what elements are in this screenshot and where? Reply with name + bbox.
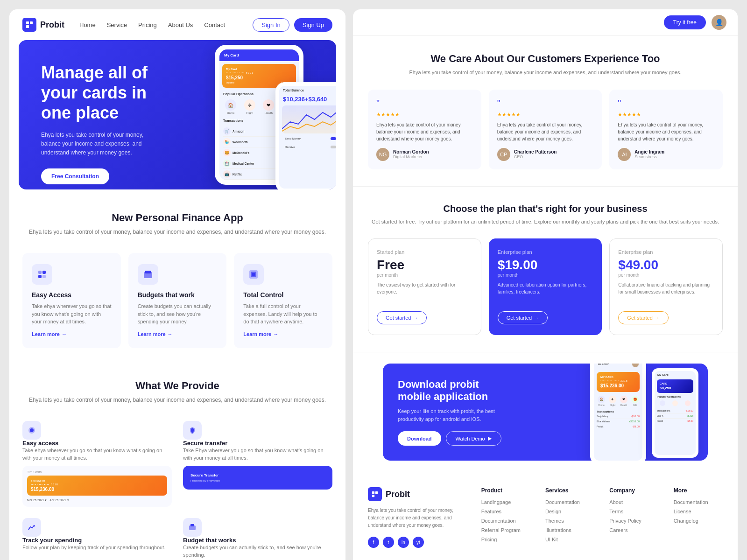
nav-service[interactable]: Service [107,21,127,28]
footer-link[interactable]: Pricing [481,537,530,542]
app-phone-screen-1: To Smith MY CARD •••• •••• •••• 3318 $15… [594,364,642,461]
app-trans: Transactions Sely Mary-$18.00 Eka Yulian… [594,408,642,431]
footer-col-title-3: Company [609,487,658,494]
footer-link[interactable]: Careers [609,527,658,533]
sign-up-button[interactable]: Sign Up [294,18,332,32]
feature-budgets: Budgets that work Create budgets you can… [128,253,227,348]
app-card-2: CARD $8,250 [657,379,693,393]
feature-3-learn[interactable]: Learn more → [243,331,323,337]
footer-link[interactable]: Illustrations [545,527,594,533]
footer-link[interactable]: Terms [609,509,658,514]
plan-btn-2[interactable]: Get started → [498,311,548,324]
social-facebook[interactable]: f [368,537,379,548]
footer-link[interactable]: Documentation [481,518,530,524]
footer-link[interactable]: Features [481,509,530,514]
provide-icon-3 [22,518,41,537]
plan-label-2: Enterprise plan [498,249,593,255]
nav-actions: Sign In Sign Up [253,18,332,32]
app-op-label-3: Health [620,404,627,406]
card-holder: TIM SMITH [31,479,163,482]
test-text-1: Ehya lets you take control of your money… [376,121,473,142]
provide-item-2: Secure transfer Take Ehya wherever you g… [183,421,332,507]
testimonials-subtitle: Ehya lets you take control of your money… [368,69,723,77]
sign-in-button[interactable]: Sign In [253,18,289,32]
plan-label-1: Started plan [377,249,472,255]
footer-logo-icon [368,487,382,501]
watch-demo-button[interactable]: Watch Demo ▶ [446,431,501,446]
feature-2-learn[interactable]: Learn more → [138,331,218,337]
plan-desc-3: Collaborative financial tracking and pla… [618,281,714,304]
app-ops-row: 🏠Home ✈Flight ❤Health 🎁Gift [597,396,640,406]
try-free-button[interactable]: Try it free [664,15,706,29]
svg-rect-16 [372,491,374,494]
svg-rect-4 [42,271,46,274]
provide-card: TIM SMITH •••• •••• •••• 3318 $15,236.00 [27,476,167,496]
footer-link[interactable]: License [674,509,723,514]
footer-link[interactable]: Referral Program [481,527,530,533]
social-twitter[interactable]: t [383,537,394,548]
test-role-3: Seamstress [634,154,664,159]
provide-title-4: Budget that works [183,537,332,544]
app-op-icon-1: 🏠 [598,396,605,403]
footer-link[interactable]: Privacy Policy [609,518,658,524]
footer-link[interactable]: UI Kit [545,537,594,542]
table-row: Eka Y.+$318 [657,413,693,419]
pricing-subtitle: Get started for free. Try out our platfo… [368,218,723,226]
plan-price-3: $49.00 [618,258,714,273]
features-grid: Easy Access Take ehya wherever you go so… [22,253,332,348]
plan-enterprise-2: Enterprise plan $49.00 per month Collabo… [609,238,723,335]
app-phone-avatar [632,364,639,367]
feature-1-learn[interactable]: Learn more → [32,331,112,337]
social-linkedin[interactable]: in [398,537,409,548]
op-flight: ✈Flight [244,99,255,114]
footer-link[interactable]: About [609,499,658,505]
table-row: Sely Mary-$18.00 [597,414,640,419]
download-button[interactable]: Download [398,431,441,446]
feature-1-desc: Take ehya wherever you go so that you kn… [32,302,112,326]
table-row: Probit-$8.00 [597,424,640,429]
quote-icon-3: " [618,98,714,109]
app-op-icon-4: 🎁 [631,396,639,403]
feature-3-title: Total Control [243,291,323,299]
hero-subtitle: Ehya lets you take control of your money… [41,131,162,158]
app-phone2-trans: Transactions-$18.00 Eka Y.+$318 Probit-$… [655,407,696,425]
app-op-icon-2: ✈ [609,396,616,403]
footer-link[interactable]: Design [545,509,594,514]
budgets-icon [138,264,158,285]
provide-item-3: Track your spending Follow your plan by … [22,518,172,560]
app-phone-name: To Smith [598,364,609,365]
footer-link[interactable]: Changelog [674,518,723,524]
plan-desc-2: Advanced collaboration option for partne… [498,281,593,304]
features-subtitle: Ehya lets you take control of your money… [22,228,332,236]
top-strip: Try it free 👤 [353,9,738,36]
svg-rect-2 [26,25,29,28]
social-youtube[interactable]: yt [413,537,424,548]
svg-rect-8 [145,271,151,273]
footer-link[interactable]: Documentation [674,499,723,505]
easy-access-icon [32,264,52,285]
footer-col-title-4: More [674,487,723,494]
nav-home[interactable]: Home [79,21,96,28]
app-phone2-op-icon-2 [672,400,678,406]
nav-about[interactable]: About Us [168,21,193,28]
card-balance-display: $15,236.00 [31,487,163,492]
footer-link[interactable]: Landingpage [481,499,530,505]
provide-title: What We Provide [22,380,332,392]
svg-rect-17 [375,491,378,494]
hero-cta-button[interactable]: Free Consultation [41,168,109,184]
card-number-display: •••• •••• •••• 3318 [31,483,163,486]
testimonials-section: We Care About Our Customers Experience T… [353,36,738,187]
nav-contact[interactable]: Contact [204,21,225,28]
test-avatar-3: AI [618,148,631,161]
plan-started: Started plan Free per month The easiest … [368,238,481,335]
footer-link[interactable]: Themes [545,518,594,524]
provide-grid: Easy access Take ehya wherever you go so… [22,421,332,560]
nav-pricing[interactable]: Pricing [138,21,157,28]
testimonials-title: We Care About Our Customers Experience T… [368,53,723,65]
app-op-2: ✈Flight [609,396,616,406]
footer-link[interactable]: Documentation [545,499,594,505]
feature-1-title: Easy Access [32,291,112,299]
plan-btn-1[interactable]: Get started → [377,311,427,324]
plan-btn-3[interactable]: Get started → [618,311,668,324]
trans-amount: -$8.00 [687,420,693,422]
